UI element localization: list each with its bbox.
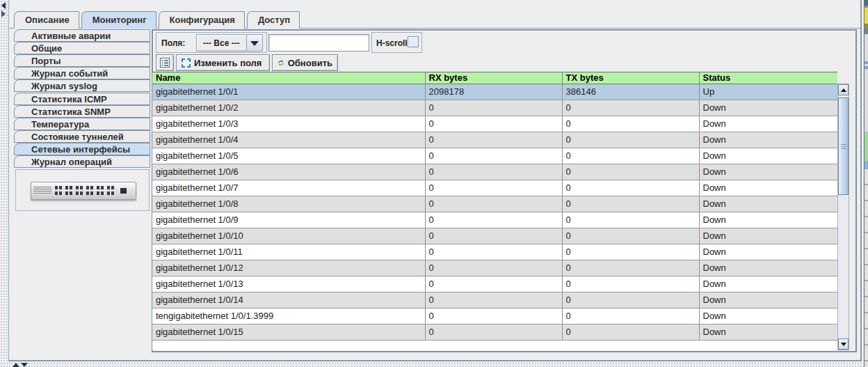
tab-access[interactable]: Доступ [247,11,300,29]
cell-status: Down [699,292,837,308]
hscroll-checkbox[interactable] [408,36,419,47]
filter-input[interactable] [268,34,369,52]
tab-description[interactable]: Описание [14,11,79,29]
cell-name: gigabitethernet 1/0/3 [152,116,425,132]
cell-name: gigabitethernet 1/0/15 [152,324,425,340]
cell-status: Down [699,148,837,164]
cell-status: Down [699,132,837,148]
adjacent-window-sliver [864,0,868,367]
tab-monitoring[interactable]: Мониторинг [81,11,156,29]
sidebar-item-temperature[interactable]: Температура [14,118,150,130]
cell-tx: 0 [562,116,699,132]
cell-tx: 0 [562,132,699,148]
cell-rx: 0 [425,116,562,132]
cell-name: tengigabitethernet 1/0/1.3999 [152,308,425,324]
cell-name: gigabitethernet 1/0/4 [152,132,425,148]
cell-tx: 0 [562,196,699,212]
cell-rx: 0 [425,308,562,324]
cell-tx: 386146 [562,84,699,100]
table-row[interactable]: gigabitethernet 1/0/1500Down [152,324,837,340]
table-row[interactable]: gigabitethernet 1/0/200Down [152,100,837,116]
cell-tx: 0 [562,324,699,340]
table-row[interactable]: gigabitethernet 1/0/1200Down [152,260,837,276]
sidebar-item-general[interactable]: Общие [14,42,150,54]
chevron-down-icon[interactable] [246,35,262,51]
table-row[interactable]: gigabitethernet 1/0/1400Down [152,292,837,308]
cell-name: gigabitethernet 1/0/14 [152,292,425,308]
cell-rx: 2098178 [425,84,562,100]
table-row[interactable]: gigabitethernet 1/0/700Down [152,180,837,196]
table-row[interactable]: tengigabitethernet 1/0/1.399900Down [152,308,837,324]
cell-rx: 0 [425,164,562,180]
table-header-row: NameRX bytesTX bytesStatus [152,72,837,84]
sidebar-item-tunnel-state[interactable]: Состояние туннелей [14,130,150,143]
bottom-splitter-up-icon[interactable] [13,363,19,367]
scroll-down-icon[interactable] [838,338,849,350]
cell-tx: 0 [562,228,699,244]
sidebar-item-snmp-stats[interactable]: Статистика SNMP [14,105,150,118]
splitter-collapse-icon[interactable] [1,2,6,9]
sidebar-item-icmp-stats[interactable]: Статистика ICMP [14,93,150,105]
cell-rx: 0 [425,180,562,196]
table-row[interactable]: gigabitethernet 1/0/900Down [152,212,837,228]
cell-rx: 0 [425,196,562,212]
sidebar-item-event-log[interactable]: Журнал событий [14,67,150,79]
cell-tx: 0 [562,164,699,180]
cell-name: gigabitethernet 1/0/11 [152,244,425,260]
fields-select-value: --- Все --- [197,35,246,51]
hscroll-label: H-scroll [376,38,408,48]
cell-name: gigabitethernet 1/0/10 [152,228,425,244]
vertical-splitter[interactable] [0,0,7,367]
cell-name: gigabitethernet 1/0/2 [152,100,425,116]
cell-name: gigabitethernet 1/0/12 [152,260,425,276]
tab-configuration[interactable]: Конфигурация [159,11,245,29]
sidebar-item-syslog[interactable]: Журнал syslog [14,79,150,92]
fields-select[interactable]: --- Все --- [196,34,263,52]
switch-uplink-port [120,188,127,194]
sidebar-item-active-alarms[interactable]: Активные аварии [14,29,150,42]
edit-fields-button[interactable]: Изменить поля [176,54,270,71]
cell-rx: 0 [425,324,562,340]
fields-label: Поля: [161,38,185,48]
cell-status: Down [699,196,837,212]
table-row[interactable]: gigabitethernet 1/0/1000Down [152,228,837,244]
cell-status: Down [699,308,837,324]
cell-name: gigabitethernet 1/0/5 [152,148,425,164]
cell-name: gigabitethernet 1/0/6 [152,164,425,180]
cell-rx: 0 [425,260,562,276]
sidebar-item-operations-log[interactable]: Журнал операций [14,155,150,168]
splitter-expand-icon[interactable] [1,10,6,17]
table-row[interactable]: gigabitethernet 1/0/1300Down [152,276,837,292]
table-row[interactable]: gigabitethernet 1/0/300Down [152,116,837,132]
cell-rx: 0 [425,148,562,164]
cell-rx: 0 [425,228,562,244]
table-row[interactable]: gigabitethernet 1/0/12098178386146Up [152,84,837,100]
scrollbar-thumb[interactable] [838,97,849,195]
switch-label-area [33,187,51,195]
cell-status: Down [699,100,837,116]
column-header-tx-bytes[interactable]: TX bytes [562,72,699,84]
sidebar-item-ports[interactable]: Порты [14,54,150,67]
scroll-up-icon[interactable] [838,84,849,95]
table-vertical-scrollbar[interactable] [837,84,849,350]
sidebar: Активные аварииОбщиеПортыЖурнал событийЖ… [14,29,150,169]
column-header-name[interactable]: Name [152,72,425,84]
table-row[interactable]: gigabitethernet 1/0/800Down [152,196,837,212]
cell-status: Down [699,276,837,292]
column-header-rx-bytes[interactable]: RX bytes [425,72,562,84]
column-header-status[interactable]: Status [699,72,837,84]
cell-tx: 0 [562,260,699,276]
table-row[interactable]: gigabitethernet 1/0/500Down [152,148,837,164]
cell-rx: 0 [425,276,562,292]
cell-status: Down [699,180,837,196]
refresh-button[interactable]: Обновить [272,54,338,71]
cell-rx: 0 [425,244,562,260]
table-row[interactable]: gigabitethernet 1/0/600Down [152,164,837,180]
table-row[interactable]: gigabitethernet 1/0/1100Down [152,244,837,260]
sidebar-item-network-interfaces[interactable]: Сетевые интерфейсы [14,143,150,155]
table-row[interactable]: gigabitethernet 1/0/400Down [152,132,837,148]
select-columns-button[interactable] [156,54,174,71]
bottom-splitter-down-icon[interactable] [21,363,28,367]
cell-status: Down [699,324,837,340]
cell-rx: 0 [425,212,562,228]
